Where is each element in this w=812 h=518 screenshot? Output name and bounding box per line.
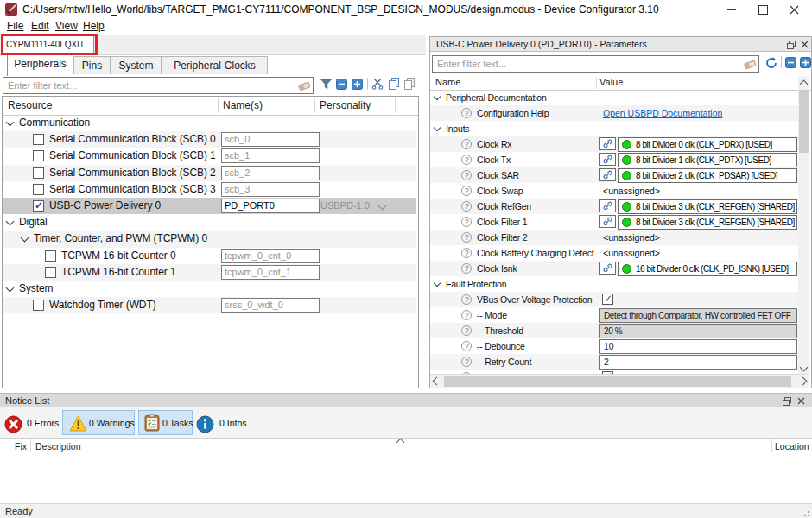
tree-item-tcpwm-16-bit-counter-0[interactable]: TCPWM 16-bit Counter 0tcpwm_0_cnt_0 bbox=[3, 248, 416, 264]
goto-clock-button[interactable] bbox=[599, 153, 616, 166]
param-checkbox[interactable] bbox=[602, 294, 613, 305]
close-pane-icon[interactable] bbox=[797, 397, 805, 405]
error-icon[interactable] bbox=[4, 415, 22, 436]
tree-item-watchdog-timer-wdt-[interactable]: Watchdog Timer (WDT)srss_0_wdt_0 bbox=[3, 297, 416, 313]
chevron-down-icon[interactable] bbox=[434, 280, 441, 287]
tree-item-serial-communication-block-scb-0[interactable]: Serial Communication Block (SCB) 0scb_0 bbox=[3, 131, 416, 148]
resource-name-input[interactable]: scb_1 bbox=[221, 148, 320, 163]
param-combo[interactable]: Detect through Comparator, HW controlled… bbox=[599, 308, 797, 323]
filter-icon[interactable] bbox=[320, 79, 332, 90]
tree-group-communication[interactable]: Communication bbox=[3, 115, 416, 131]
help-question-icon[interactable] bbox=[461, 217, 472, 227]
chevron-down-icon[interactable] bbox=[434, 124, 441, 131]
float-pane-icon[interactable] bbox=[787, 41, 796, 49]
goto-clock-button[interactable] bbox=[599, 215, 616, 228]
collapse-all-icon[interactable] bbox=[336, 79, 347, 90]
help-question-icon[interactable] bbox=[461, 170, 472, 180]
tab-peripherals[interactable]: Peripherals bbox=[7, 54, 73, 76]
resource-name-input[interactable]: tcpwm_0_cnt_0 bbox=[221, 249, 320, 263]
info-icon[interactable] bbox=[196, 415, 214, 436]
expand-all-icon[interactable] bbox=[352, 79, 363, 90]
help-question-icon[interactable] bbox=[461, 155, 472, 165]
clock-select[interactable]: 8 bit Divider 3 clk (CLK_REFGEN) [SHARED… bbox=[618, 199, 797, 214]
horizontal-scrollbar[interactable] bbox=[430, 374, 809, 388]
menu-view[interactable]: View bbox=[55, 20, 78, 32]
help-question-icon[interactable] bbox=[461, 325, 472, 336]
param-input[interactable]: 2 bbox=[599, 355, 797, 370]
tree-item-usb-c-power-delivery-0[interactable]: USB-C Power Delivery 0PD_PORT0USBPD-1.0 bbox=[3, 198, 416, 214]
notice-filter-tasks-button[interactable]: 0 Tasks bbox=[138, 410, 193, 435]
close-button[interactable] bbox=[779, 0, 809, 19]
eraser-icon[interactable] bbox=[744, 59, 756, 69]
minimize-button[interactable] bbox=[717, 0, 746, 19]
goto-clock-button[interactable] bbox=[599, 199, 616, 212]
help-question-icon[interactable] bbox=[461, 341, 472, 351]
param-value-unassigned[interactable]: <unassigned> bbox=[603, 230, 660, 245]
parameters-filter-input[interactable]: Enter filter text... bbox=[432, 55, 759, 73]
clock-select[interactable]: 8 bit Divider 1 clk (CLK_PDTX) [USED] bbox=[618, 153, 797, 167]
resize-grip[interactable] bbox=[801, 508, 809, 516]
help-question-icon[interactable] bbox=[461, 357, 472, 367]
param-value-unassigned[interactable]: <unassigned> bbox=[603, 183, 660, 199]
notice-filter-warning-button[interactable]: 0 Warnings bbox=[62, 410, 135, 435]
scroll-down-icon[interactable] bbox=[800, 363, 809, 372]
tree-item-serial-communication-block-scb-2[interactable]: Serial Communication Block (SCB) 2scb_2 bbox=[3, 165, 416, 181]
scroll-up-icon[interactable] bbox=[800, 80, 809, 89]
resource-name-input[interactable]: PD_PORT0 bbox=[221, 199, 320, 213]
chevron-down-icon[interactable] bbox=[6, 118, 15, 127]
tree-item-serial-communication-block-scb-1[interactable]: Serial Communication Block (SCB) 1scb_1 bbox=[3, 148, 416, 164]
resource-checkbox[interactable] bbox=[33, 134, 44, 145]
eraser-icon[interactable] bbox=[298, 80, 310, 91]
chevron-down-icon[interactable] bbox=[434, 93, 441, 100]
tab-pins[interactable]: Pins bbox=[73, 56, 111, 74]
chevron-down-icon[interactable] bbox=[6, 284, 15, 293]
clock-select[interactable]: 8 bit Divider 3 clk (CLK_REFGEN) [SHARED… bbox=[618, 215, 797, 230]
help-question-icon[interactable] bbox=[461, 108, 472, 118]
paste-icon[interactable] bbox=[403, 78, 416, 90]
copy-icon[interactable] bbox=[388, 78, 400, 90]
goto-clock-button[interactable] bbox=[599, 168, 616, 181]
documentation-link[interactable]: Open USBPD Documentation bbox=[603, 105, 722, 121]
help-question-icon[interactable] bbox=[461, 139, 472, 149]
resource-checkbox[interactable] bbox=[33, 184, 44, 195]
tab-peripheral-clocks[interactable]: Peripheral-Clocks bbox=[162, 56, 268, 74]
float-pane-icon[interactable] bbox=[783, 397, 791, 406]
resource-checkbox[interactable] bbox=[33, 150, 44, 161]
help-question-icon[interactable] bbox=[461, 310, 472, 320]
scroll-right-icon[interactable] bbox=[799, 377, 808, 386]
vertical-scrollbar[interactable] bbox=[798, 76, 809, 374]
expand-all-icon[interactable] bbox=[800, 57, 811, 68]
resource-name-input[interactable]: scb_3 bbox=[221, 182, 320, 197]
resource-name-input[interactable]: scb_2 bbox=[221, 166, 320, 180]
scroll-left-icon[interactable] bbox=[433, 377, 441, 386]
resource-checkbox[interactable] bbox=[45, 267, 56, 278]
chevron-down-icon[interactable] bbox=[21, 234, 29, 243]
help-question-icon[interactable] bbox=[461, 201, 472, 212]
resource-name-input[interactable]: srss_0_wdt_0 bbox=[221, 298, 320, 313]
help-question-icon[interactable] bbox=[461, 186, 472, 196]
goto-clock-button[interactable] bbox=[599, 262, 616, 275]
param-value-unassigned[interactable]: <unassigned> bbox=[603, 245, 660, 261]
tree-group-digital[interactable]: Digital bbox=[3, 214, 416, 231]
goto-clock-button[interactable] bbox=[599, 137, 616, 150]
personality-select-value[interactable]: USBPD-1.0 bbox=[320, 198, 370, 214]
resource-name-input[interactable]: tcpwm_0_cnt_1 bbox=[221, 265, 320, 280]
param-input[interactable]: 10 bbox=[599, 339, 797, 354]
horizontal-scrollbar-thumb[interactable] bbox=[444, 376, 791, 387]
chevron-down-icon[interactable] bbox=[378, 202, 387, 211]
maximize-button[interactable] bbox=[748, 0, 777, 19]
cut-icon[interactable] bbox=[371, 78, 384, 90]
collapse-all-icon[interactable] bbox=[785, 57, 796, 68]
refresh-icon[interactable] bbox=[765, 57, 777, 69]
resource-checkbox[interactable] bbox=[45, 250, 56, 262]
help-question-icon[interactable] bbox=[461, 248, 472, 258]
resource-checkbox[interactable] bbox=[33, 200, 44, 212]
menu-help[interactable]: Help bbox=[83, 20, 105, 32]
tree-group-timer-counter-and-pwm-tcpwm-0[interactable]: Timer, Counter, and PWM (TCPWM) 0 bbox=[3, 231, 416, 247]
help-question-icon[interactable] bbox=[461, 294, 472, 305]
resource-checkbox[interactable] bbox=[33, 300, 44, 311]
param-combo[interactable]: 20 % bbox=[599, 324, 797, 338]
menu-file[interactable]: File bbox=[7, 20, 23, 32]
peripherals-filter-input[interactable]: Enter filter text... bbox=[3, 77, 314, 94]
tree-group-system[interactable]: System bbox=[3, 281, 416, 297]
